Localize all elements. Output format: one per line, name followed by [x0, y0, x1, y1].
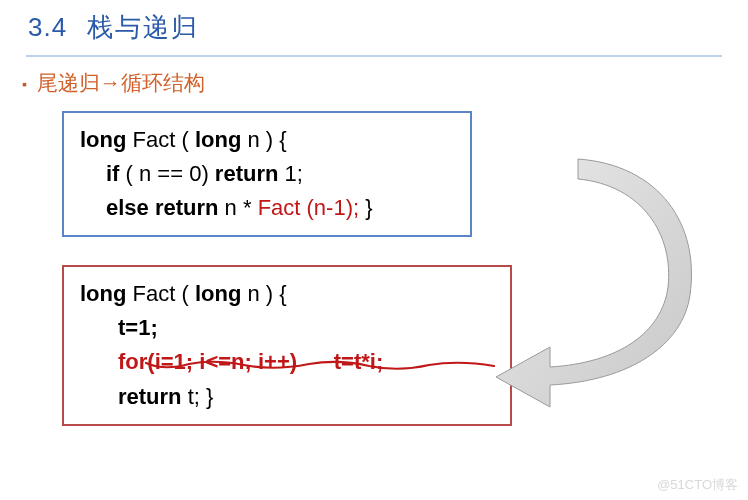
- code-line: if ( n == 0) return 1;: [80, 157, 454, 191]
- code-line: return t; }: [80, 380, 494, 414]
- section-heading: 3.4栈与递归: [0, 0, 748, 51]
- code-line: long Fact ( long n ) {: [80, 123, 454, 157]
- arrow-icon: →: [100, 71, 121, 94]
- transform-arrow-icon: [490, 155, 710, 415]
- code-line: long Fact ( long n ) {: [80, 277, 494, 311]
- code-line: t=1;: [80, 311, 494, 345]
- subhead-left: 尾递归: [37, 71, 100, 94]
- code-loop: long Fact ( long n ) { t=1; for(i=1; i<=…: [62, 265, 512, 425]
- code-line: for(i=1; i<=n; i++) t=t*i;: [80, 345, 494, 379]
- subheading: ▪ 尾递归→循环结构: [0, 69, 748, 97]
- watermark: @51CTO博客: [657, 476, 738, 494]
- code-recursive: long Fact ( long n ) { if ( n == 0) retu…: [62, 111, 472, 237]
- subhead-right: 循环结构: [121, 71, 205, 94]
- section-title: 栈与递归: [87, 12, 199, 42]
- divider: [26, 55, 722, 57]
- bullet-icon: ▪: [22, 76, 27, 92]
- code-line: else return n * Fact (n-1); }: [80, 191, 454, 225]
- section-number: 3.4: [28, 12, 67, 42]
